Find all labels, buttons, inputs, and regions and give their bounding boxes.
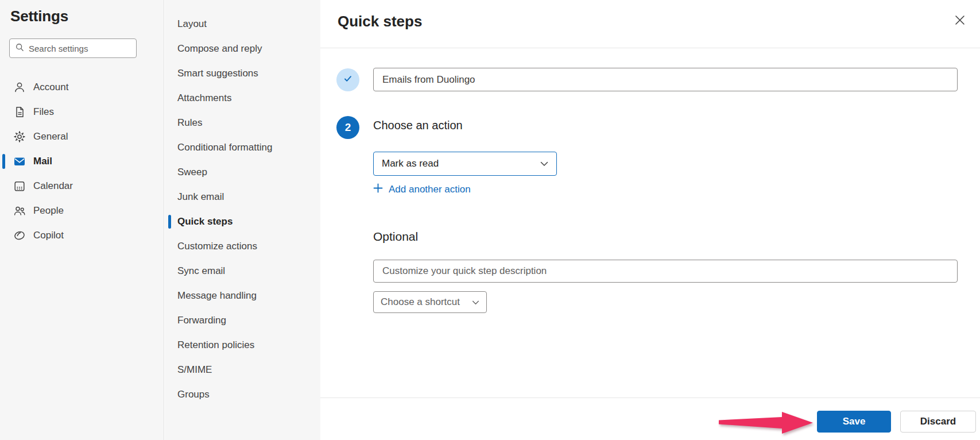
- people-icon: [13, 204, 26, 217]
- quick-steps-panel: Quick steps 2 Choose an action: [320, 0, 980, 440]
- subnav-item-rules[interactable]: Rules: [165, 110, 320, 135]
- subnav-label: S/MIME: [177, 364, 212, 376]
- sidebar-item-label: Mail: [33, 156, 52, 167]
- subnav-label: Retention policies: [177, 339, 254, 351]
- subnav-item-retention-policies[interactable]: Retention policies: [165, 333, 320, 357]
- footer-divider: [320, 397, 980, 398]
- checkmark-icon: [342, 73, 354, 87]
- sidebar-item-label: General: [33, 131, 68, 142]
- close-button[interactable]: [952, 14, 967, 29]
- sidebar-item-label: Files: [33, 106, 54, 118]
- close-icon: [953, 13, 967, 29]
- choose-action-label: Choose an action: [373, 119, 463, 132]
- subnav-label: Quick steps: [177, 216, 233, 227]
- subnav-label: Smart suggestions: [177, 68, 258, 79]
- subnav-item-message-handling[interactable]: Message handling: [165, 283, 320, 308]
- panel-title: Quick steps: [338, 13, 422, 30]
- subnav-label: Junk email: [177, 191, 224, 203]
- settings-title: Settings: [10, 7, 68, 25]
- subnav-item-smart-suggestions[interactable]: Smart suggestions: [165, 61, 320, 86]
- subnav-label: Customize actions: [177, 241, 257, 252]
- subnav-label: Forwarding: [177, 315, 226, 326]
- add-another-action-label: Add another action: [389, 184, 471, 195]
- sidebar-item-calendar[interactable]: Calendar: [0, 173, 164, 198]
- subnav-item-groups[interactable]: Groups: [165, 382, 320, 407]
- copilot-icon: [13, 229, 26, 242]
- subnav-label: Rules: [177, 117, 202, 129]
- mail-icon: [13, 155, 26, 168]
- step-2-badge: 2: [336, 116, 359, 139]
- search-icon: [15, 43, 25, 55]
- sidebar-item-mail[interactable]: Mail: [0, 149, 164, 173]
- subnav-label: Compose and reply: [177, 43, 262, 55]
- subnav-label: Sync email: [177, 265, 225, 277]
- sidebar-item-label: People: [33, 205, 64, 217]
- optional-heading: Optional: [373, 230, 418, 244]
- shortcut-dropdown[interactable]: Choose a shortcut: [373, 291, 487, 313]
- subnav-item-sweep[interactable]: Sweep: [165, 160, 320, 184]
- shortcut-dropdown-value: Choose a shortcut: [381, 296, 460, 308]
- sidebar-item-copilot[interactable]: Copilot: [0, 223, 164, 248]
- subnav-item-layout[interactable]: Layout: [165, 11, 320, 36]
- action-dropdown[interactable]: Mark as read: [373, 152, 557, 176]
- discard-button[interactable]: Discard: [900, 411, 976, 433]
- sidebar-item-label: Account: [33, 82, 68, 93]
- header-divider: [320, 48, 980, 48]
- subnav-label: Sweep: [177, 167, 207, 178]
- step-1-complete-badge: [336, 68, 359, 91]
- person-icon: [13, 81, 26, 94]
- chevron-down-icon: [540, 158, 548, 169]
- subnav-item-junk-email[interactable]: Junk email: [165, 184, 320, 209]
- settings-sidebar: Settings Account: [0, 0, 164, 440]
- subnav-label: Message handling: [177, 290, 257, 302]
- subnav-item-compose-and-reply[interactable]: Compose and reply: [165, 36, 320, 61]
- chevron-down-icon: [472, 296, 479, 308]
- save-button[interactable]: Save: [817, 411, 891, 433]
- settings-category-nav: Account Files: [0, 75, 164, 248]
- subnav-item-customize-actions[interactable]: Customize actions: [165, 234, 320, 258]
- sidebar-item-label: Copilot: [33, 230, 64, 241]
- sidebar-item-people[interactable]: People: [0, 198, 164, 223]
- plus-icon: [373, 183, 383, 196]
- quick-step-description-input[interactable]: [373, 260, 958, 283]
- sidebar-item-files[interactable]: Files: [0, 99, 164, 124]
- subnav-item-smime[interactable]: S/MIME: [165, 357, 320, 382]
- add-another-action-link[interactable]: Add another action: [373, 183, 471, 196]
- search-settings-input[interactable]: [29, 44, 126, 53]
- subnav-label: Conditional formatting: [177, 142, 272, 153]
- file-icon: [13, 106, 26, 118]
- selected-indicator-bar: [2, 154, 5, 169]
- gear-icon: [13, 130, 26, 143]
- quick-step-name-input[interactable]: [373, 68, 958, 91]
- subnav-item-conditional-formatting[interactable]: Conditional formatting: [165, 135, 320, 160]
- subnav-item-attachments[interactable]: Attachments: [165, 86, 320, 110]
- sidebar-item-account[interactable]: Account: [0, 75, 164, 99]
- subnav-label: Layout: [177, 18, 207, 30]
- subnav-item-forwarding[interactable]: Forwarding: [165, 308, 320, 333]
- subnav-item-sync-email[interactable]: Sync email: [165, 258, 320, 283]
- search-settings-box[interactable]: [9, 38, 137, 58]
- outlook-settings-window: Settings Account: [0, 0, 980, 440]
- mail-settings-subnav: Layout Compose and reply Smart suggestio…: [165, 0, 320, 440]
- subnav-label: Groups: [177, 389, 210, 400]
- annotation-arrow: [718, 409, 815, 437]
- step-number: 2: [345, 121, 351, 134]
- sidebar-item-general[interactable]: General: [0, 124, 164, 149]
- sidebar-item-label: Calendar: [33, 180, 73, 192]
- subnav-item-quick-steps[interactable]: Quick steps: [165, 209, 320, 234]
- subnav-label: Attachments: [177, 92, 232, 104]
- calendar-icon: [13, 180, 26, 192]
- action-dropdown-value: Mark as read: [382, 158, 439, 169]
- selected-indicator-bar: [168, 215, 171, 229]
